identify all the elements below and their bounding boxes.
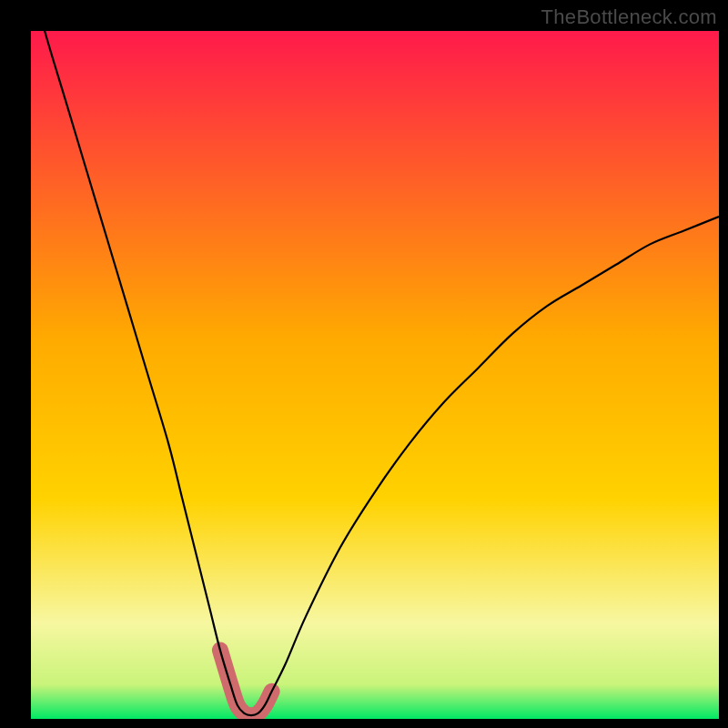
gradient-background [31, 31, 719, 719]
plot-area [31, 31, 719, 719]
bottleneck-chart [31, 31, 719, 719]
chart-frame: TheBottleneck.com [0, 0, 728, 728]
watermark-text: TheBottleneck.com [541, 5, 717, 29]
